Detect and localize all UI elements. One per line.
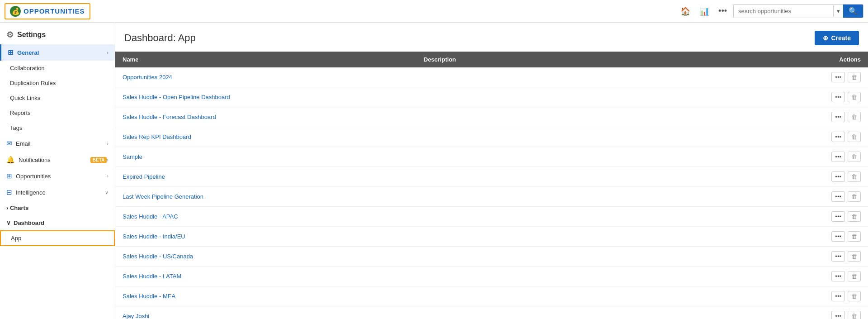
row-name[interactable]: Sample (115, 147, 416, 167)
row-name-link[interactable]: Sales Huddle - Open Pipeline Dashboard (123, 94, 230, 100)
action-delete-button[interactable]: 🗑 (848, 231, 861, 242)
sidebar-item-general[interactable]: ⊞ General › (0, 44, 115, 61)
row-name-link[interactable]: Opportunities 2024 (123, 74, 172, 81)
action-delete-button[interactable]: 🗑 (848, 132, 861, 142)
actions-container: •••🗑 (821, 152, 861, 162)
actions-container: •••🗑 (821, 191, 861, 202)
sidebar-item-duplication-rules[interactable]: Duplication Rules (0, 76, 115, 90)
app-label: App (11, 235, 21, 242)
notifications-chevron: › (107, 157, 108, 162)
action-delete-button[interactable]: 🗑 (848, 72, 861, 82)
sidebar-item-notifications[interactable]: 🔔 Notifications BETA › (0, 152, 115, 168)
logo-icon: 💰 (10, 6, 21, 17)
home-button[interactable]: 🏠 (678, 4, 693, 19)
row-name-link[interactable]: Sales Huddle - US/Canada (123, 253, 193, 260)
action-delete-button[interactable]: 🗑 (848, 271, 861, 281)
sidebar-item-app[interactable]: App (0, 230, 115, 246)
action-delete-button[interactable]: 🗑 (848, 291, 861, 301)
action-delete-button[interactable]: 🗑 (848, 92, 861, 102)
row-actions: •••🗑 (814, 147, 868, 167)
action-more-button[interactable]: ••• (831, 291, 845, 301)
create-label: Create (831, 34, 851, 42)
row-name-link[interactable]: Expired Pipeline (123, 173, 165, 180)
search-input[interactable] (734, 5, 833, 17)
row-name-link[interactable]: Sales Huddle - India/EU (123, 233, 185, 240)
general-chevron: › (107, 50, 108, 55)
row-name[interactable]: Sales Huddle - LATAM (115, 267, 416, 286)
gear-icon: ⚙ (6, 30, 14, 40)
action-delete-button[interactable]: 🗑 (848, 112, 861, 122)
chart-button[interactable]: 📊 (697, 4, 712, 19)
search-container: ▾ 🔍 (733, 4, 863, 18)
sidebar-item-collaboration[interactable]: Collaboration (0, 61, 115, 76)
row-name[interactable]: Sales Huddle - Open Pipeline Dashboard (115, 87, 416, 107)
action-delete-button[interactable]: 🗑 (848, 211, 861, 222)
sidebar-item-opportunities[interactable]: ⊞ Opportunities › (0, 168, 115, 184)
row-name[interactable]: Sales Rep KPI Dashboard (115, 127, 416, 147)
logo-box: 💰 OPPORTUNITIES (5, 3, 90, 19)
actions-container: •••🗑 (821, 211, 861, 222)
sidebar-item-intelligence[interactable]: ⊟ Intelligence ∨ (0, 184, 115, 200)
actions-container: •••🗑 (821, 72, 861, 82)
actions-container: •••🗑 (821, 132, 861, 142)
table-row: Sales Huddle - Forecast Dashboard•••🗑 (115, 107, 868, 127)
sidebar-label-email: Email (16, 140, 107, 147)
action-more-button[interactable]: ••• (831, 92, 845, 102)
sidebar-section-charts[interactable]: › Charts (0, 200, 115, 215)
row-name-link[interactable]: Sales Huddle - Forecast Dashboard (123, 114, 216, 120)
action-more-button[interactable]: ••• (831, 231, 845, 242)
actions-container: •••🗑 (821, 251, 861, 262)
row-actions: •••🗑 (814, 286, 868, 306)
action-more-button[interactable]: ••• (831, 171, 845, 182)
action-more-button[interactable]: ••• (831, 152, 845, 162)
sidebar-item-reports[interactable]: Reports (0, 105, 115, 120)
row-name-link[interactable]: Sales Huddle - LATAM (123, 273, 181, 280)
action-more-button[interactable]: ••• (831, 112, 845, 122)
action-delete-button[interactable]: 🗑 (848, 152, 861, 162)
row-name[interactable]: Opportunities 2024 (115, 67, 416, 87)
action-delete-button[interactable]: 🗑 (848, 311, 861, 319)
actions-container: •••🗑 (821, 271, 861, 281)
row-name[interactable]: Last Week Pipeline Generation (115, 187, 416, 207)
more-button[interactable]: ••• (716, 4, 730, 19)
row-name[interactable]: Sales Huddle - India/EU (115, 227, 416, 247)
row-name-link[interactable]: Sample (123, 153, 142, 160)
row-name-link[interactable]: Sales Huddle - APAC (123, 213, 178, 220)
action-delete-button[interactable]: 🗑 (848, 171, 861, 182)
action-more-button[interactable]: ••• (831, 132, 845, 142)
create-button[interactable]: ⊕ Create (815, 31, 859, 45)
row-name[interactable]: Expired Pipeline (115, 167, 416, 187)
sidebar-item-email[interactable]: ✉ Email › (0, 135, 115, 152)
table-row: Opportunities 2024•••🗑 (115, 67, 868, 87)
row-name[interactable]: Sales Huddle - APAC (115, 207, 416, 227)
action-more-button[interactable]: ••• (831, 211, 845, 222)
row-name[interactable]: Ajay Joshi (115, 306, 416, 319)
table-row: Sales Huddle - Open Pipeline Dashboard••… (115, 87, 868, 107)
row-name[interactable]: Sales Huddle - Forecast Dashboard (115, 107, 416, 127)
row-name[interactable]: Sales Huddle - US/Canada (115, 247, 416, 267)
search-go-button[interactable]: 🔍 (843, 5, 863, 18)
actions-container: •••🗑 (821, 231, 861, 242)
row-name[interactable]: Sales Huddle - MEA (115, 286, 416, 306)
action-more-button[interactable]: ••• (831, 271, 845, 281)
action-more-button[interactable]: ••• (831, 191, 845, 202)
sidebar-item-tags[interactable]: Tags (0, 120, 115, 135)
col-name: Name (115, 52, 416, 67)
row-name-link[interactable]: Sales Huddle - MEA (123, 293, 175, 300)
sidebar-item-quick-links[interactable]: Quick Links (0, 90, 115, 105)
action-delete-button[interactable]: 🗑 (848, 251, 861, 262)
table-row: Ajay Joshi•••🗑 (115, 306, 868, 319)
row-name-link[interactable]: Ajay Joshi (123, 313, 149, 319)
row-name-link[interactable]: Last Week Pipeline Generation (123, 193, 203, 200)
sidebar-section-dashboard[interactable]: ∨ Dashboard (0, 215, 115, 230)
row-name-link[interactable]: Sales Rep KPI Dashboard (123, 133, 191, 140)
duplication-rules-label: Duplication Rules (10, 80, 56, 86)
action-delete-button[interactable]: 🗑 (848, 191, 861, 202)
action-more-button[interactable]: ••• (831, 251, 845, 262)
row-description (416, 207, 814, 227)
sidebar-collapse-handle[interactable]: ‹ (115, 164, 115, 178)
action-more-button[interactable]: ••• (831, 72, 845, 82)
action-more-button[interactable]: ••• (831, 311, 845, 319)
table-row: Expired Pipeline•••🗑 (115, 167, 868, 187)
search-dropdown-button[interactable]: ▾ (833, 5, 843, 17)
